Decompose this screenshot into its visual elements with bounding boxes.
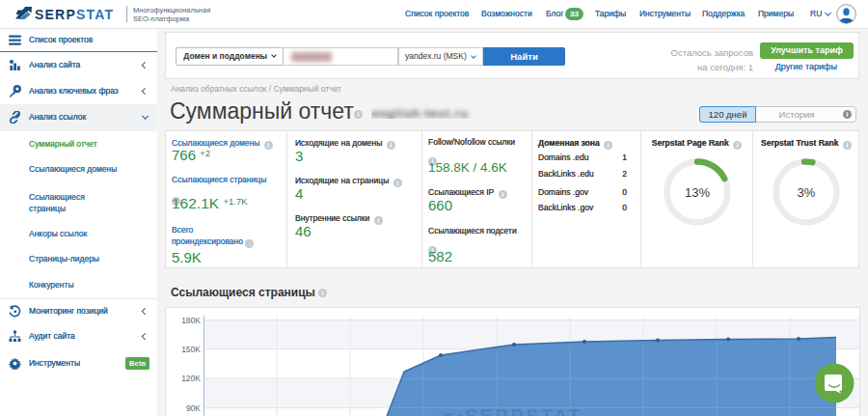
svg-text:150K: 150K [181, 345, 201, 354]
svg-text:SERPSTAT: SERPSTAT [465, 405, 582, 416]
svg-text:120K: 120K [181, 374, 201, 383]
svg-text:180K: 180K [181, 316, 201, 325]
svg-text:13%: 13% [685, 185, 710, 200]
svg-text:90K: 90K [186, 403, 201, 413]
svg-text:3%: 3% [798, 185, 816, 200]
